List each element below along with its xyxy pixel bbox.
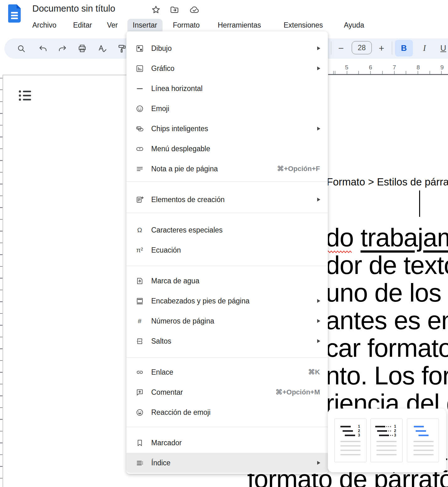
toc-style-numbered[interactable]: 1 2 3 [334, 419, 366, 462]
toc-style-links[interactable] [407, 419, 439, 462]
menu-herramientas[interactable]: Herramientas [218, 19, 261, 31]
menu-item-label: Índice [151, 459, 170, 467]
doc-text-line: uno de los a [326, 279, 448, 307]
increase-font-button[interactable]: + [375, 40, 388, 56]
submenu-arrow-icon [317, 339, 320, 343]
menu-item-reaccion-emoji[interactable]: Reacción de emoji [126, 402, 328, 422]
google-docs-logo[interactable] [8, 4, 21, 23]
doc-caption: Formato > Estilos de párraf [327, 176, 448, 188]
smart-chips-icon [136, 125, 144, 133]
menu-formato[interactable]: Formato [173, 19, 200, 31]
toc-number: 1 [358, 425, 360, 428]
menu-item-label: Saltos [151, 337, 171, 345]
menu-item-shortcut: ⌘+Opción+F [277, 165, 320, 173]
menu-item-dibujo[interactable]: Dibujo [126, 38, 328, 58]
link-icon [136, 368, 144, 376]
toc-number: 2 [394, 429, 396, 433]
menu-item-indice[interactable]: Índice [126, 453, 328, 473]
toc-number: 2 [358, 429, 360, 433]
menu-item-comentar[interactable]: Comentar ⌘+Opción+M [126, 382, 328, 402]
toc-style-dotted[interactable]: 1 2 3 [371, 419, 403, 462]
menu-item-label: Elementos de creación [151, 195, 225, 204]
menu-item-grafico[interactable]: Gráfico [126, 58, 328, 78]
menu-insertar[interactable]: Insertar [127, 19, 163, 31]
undo-icon[interactable] [38, 44, 48, 53]
menu-separator [126, 213, 328, 213]
watermark-icon [136, 277, 144, 285]
menu-separator [126, 266, 328, 266]
cloud-saved-icon[interactable] [189, 5, 200, 14]
menu-item-marca-de-agua[interactable]: Marca de agua [126, 271, 328, 291]
menu-item-label: Marca de agua [151, 277, 199, 285]
menu-item-saltos[interactable]: Saltos [126, 331, 328, 351]
toc-icon [136, 459, 144, 467]
underlined-word: trabajam [360, 223, 448, 252]
menu-item-shortcut: ⌘K [308, 368, 320, 376]
menu-extensiones[interactable]: Extensiones [284, 19, 323, 31]
menu-item-label: Nota a pie de página [151, 165, 218, 173]
dropdown-icon [136, 145, 144, 153]
breaks-icon [136, 337, 144, 345]
doc-text-line: dotrabajam [326, 224, 448, 251]
menu-editar[interactable]: Editar [73, 19, 92, 31]
menu-separator [126, 357, 328, 358]
menu-item-label: Línea horizontal [151, 84, 203, 93]
menu-item-encabezados-pies[interactable]: Encabezados y pies de página [126, 291, 328, 311]
menu-item-numeros-de-pagina[interactable]: # Números de página [126, 311, 328, 331]
menu-item-marcador[interactable]: Marcador [126, 433, 328, 453]
toolbar-divider [392, 41, 392, 55]
menu-item-label: Enlace [151, 368, 173, 377]
menu-item-label: Ecuación [151, 246, 181, 254]
menu-item-label: Chips inteligentes [151, 125, 208, 133]
print-icon[interactable] [77, 44, 87, 53]
menu-item-nota-pie-pagina[interactable]: Nota a pie de página ⌘+Opción+F [126, 159, 328, 179]
menu-item-chips-inteligentes[interactable]: Chips inteligentes [126, 119, 328, 139]
menu-item-shortcut: ⌘+Opción+M [275, 388, 320, 396]
misspelled-word: do [326, 223, 354, 252]
menu-item-emoji[interactable]: Emoji [126, 99, 328, 119]
underline-button[interactable]: U [437, 40, 448, 56]
menu-item-elementos-creacion[interactable]: Elementos de creación [126, 190, 328, 210]
menu-item-caracteres-especiales[interactable]: Ω Caracteres especiales [126, 220, 328, 240]
search-icon[interactable] [17, 44, 26, 53]
font-size-input[interactable]: 28 [352, 41, 372, 54]
bookmark-icon [136, 439, 144, 447]
ruler-number: 9 [437, 64, 447, 71]
toc-styles-submenu: 1 2 3 1 2 3 [328, 409, 446, 472]
footnote-icon [136, 165, 144, 173]
decrease-font-button[interactable]: − [335, 40, 347, 56]
menu-ayuda[interactable]: Ayuda [344, 19, 364, 31]
menu-archivo[interactable]: Archivo [32, 19, 56, 31]
move-folder-icon[interactable] [170, 5, 179, 14]
italic-button[interactable]: I [418, 40, 431, 56]
equation-icon: π² [136, 246, 144, 254]
special-characters-icon: Ω [136, 226, 144, 234]
menu-item-ecuacion[interactable]: π² Ecuación [126, 240, 328, 260]
redo-icon[interactable] [58, 44, 67, 53]
document-title[interactable]: Documento sin título [32, 3, 115, 14]
document-outline-button[interactable] [19, 90, 32, 102]
submenu-arrow-icon [317, 461, 320, 465]
menu-item-label: Números de página [151, 317, 214, 325]
emoji-icon [136, 104, 144, 113]
menu-separator [126, 427, 328, 427]
comment-icon [136, 388, 144, 396]
menu-separator [126, 181, 328, 182]
bold-button[interactable]: B [395, 40, 413, 56]
menu-item-linea-horizontal[interactable]: Línea horizontal [126, 78, 328, 99]
chart-icon [136, 64, 144, 72]
menu-ver[interactable]: Ver [107, 19, 118, 31]
vertical-ruler[interactable] [0, 78, 3, 487]
paint-format-icon[interactable] [117, 44, 127, 53]
menu-item-enlace[interactable]: Enlace ⌘K [126, 362, 328, 382]
star-icon[interactable] [151, 5, 161, 14]
page-top-edge [3, 75, 126, 75]
submenu-arrow-icon [317, 46, 320, 50]
building-blocks-icon [136, 195, 144, 204]
spellcheck-icon[interactable] [98, 44, 107, 53]
ruler-number: 7 [390, 64, 399, 71]
horizontal-line-icon [136, 84, 144, 93]
menu-item-label: Caracteres especiales [151, 226, 223, 234]
menu-item-menu-desplegable[interactable]: Menú desplegable [126, 139, 328, 159]
menu-item-label: Dibujo [151, 44, 172, 53]
